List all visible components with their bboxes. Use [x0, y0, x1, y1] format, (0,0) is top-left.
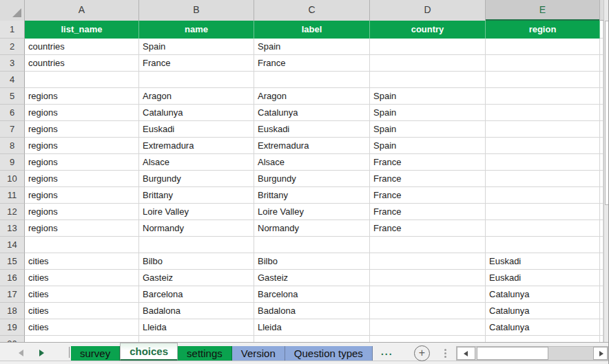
- cell-c20[interactable]: [254, 336, 370, 342]
- row-header-3[interactable]: 3: [0, 55, 25, 72]
- cell-e2[interactable]: [486, 39, 600, 55]
- cell-c11[interactable]: Brittany: [254, 187, 370, 204]
- cell-a15[interactable]: cities: [25, 253, 139, 270]
- cell-c10[interactable]: Burgundy: [254, 171, 370, 187]
- row-header-11[interactable]: 11: [0, 187, 25, 204]
- row-header-15[interactable]: 15: [0, 253, 25, 270]
- cell-a4[interactable]: [25, 72, 139, 88]
- cell-d18[interactable]: [370, 303, 486, 319]
- cell-b10[interactable]: Burgundy: [139, 171, 254, 187]
- cell-d19[interactable]: [370, 319, 486, 336]
- cell-e6[interactable]: [486, 105, 600, 121]
- cell-e8[interactable]: [486, 138, 600, 154]
- row-header-10[interactable]: 10: [0, 171, 25, 187]
- cell-e5[interactable]: [486, 88, 600, 105]
- cell-d11[interactable]: France: [370, 187, 486, 204]
- cell-b13[interactable]: Normandy: [139, 220, 254, 237]
- new-sheet-button[interactable]: +: [414, 345, 430, 361]
- sheet-tab-choices[interactable]: choices: [120, 343, 178, 361]
- cell-a20[interactable]: [25, 336, 139, 342]
- cell-c9[interactable]: Alsace: [254, 154, 370, 171]
- cell-c2[interactable]: Spain: [254, 39, 370, 55]
- cell-b15[interactable]: Bilbo: [139, 253, 254, 270]
- cell-b18[interactable]: Badalona: [139, 303, 254, 319]
- cell-d8[interactable]: Spain: [370, 138, 486, 154]
- cell-b16[interactable]: Gasteiz: [139, 270, 254, 286]
- cell-d5[interactable]: Spain: [370, 88, 486, 105]
- cell-e12[interactable]: [486, 204, 600, 220]
- row-header-4[interactable]: 4: [0, 72, 25, 88]
- row-header-12[interactable]: 12: [0, 204, 25, 220]
- cell-c3[interactable]: France: [254, 55, 370, 72]
- cell-d3[interactable]: [370, 55, 486, 72]
- tab-bar-resize-handle[interactable]: [444, 347, 447, 358]
- row-header-14[interactable]: 14: [0, 237, 25, 253]
- cell-d6[interactable]: Spain: [370, 105, 486, 121]
- cell-d17[interactable]: [370, 286, 486, 303]
- cell-e20[interactable]: [486, 336, 600, 342]
- cell-c16[interactable]: Gasteiz: [254, 270, 370, 286]
- cell-a10[interactable]: regions: [25, 171, 139, 187]
- cell-d1[interactable]: country: [370, 21, 486, 39]
- sheet-nav-prev-button[interactable]: [17, 349, 26, 357]
- cell-c17[interactable]: Barcelona: [254, 286, 370, 303]
- cell-c19[interactable]: Lleida: [254, 319, 370, 336]
- column-header-c[interactable]: C: [254, 0, 370, 21]
- select-all-button[interactable]: [0, 0, 25, 21]
- cell-e15[interactable]: Euskadi: [486, 253, 600, 270]
- hscroll-right-button[interactable]: [593, 347, 608, 360]
- cell-c5[interactable]: Aragon: [254, 88, 370, 105]
- cell-c14[interactable]: [254, 237, 370, 253]
- cell-e19[interactable]: Catalunya: [486, 319, 600, 336]
- cell-b14[interactable]: [139, 237, 254, 253]
- sheet-tab-settings[interactable]: settings: [178, 346, 232, 361]
- cell-a7[interactable]: regions: [25, 121, 139, 138]
- vertical-scrollbar[interactable]: [603, 0, 609, 342]
- sheet-nav-next-button[interactable]: [37, 349, 47, 357]
- cell-b17[interactable]: Barcelona: [139, 286, 254, 303]
- horizontal-scrollbar[interactable]: [456, 346, 608, 361]
- cell-a13[interactable]: regions: [25, 220, 139, 237]
- cell-e4[interactable]: [486, 72, 600, 88]
- cell-a11[interactable]: regions: [25, 187, 139, 204]
- cell-b3[interactable]: France: [139, 55, 254, 72]
- row-header-18[interactable]: 18: [0, 303, 25, 319]
- column-header-a[interactable]: A: [25, 0, 139, 21]
- cell-c15[interactable]: Bilbo: [254, 253, 370, 270]
- cell-c8[interactable]: Extremadura: [254, 138, 370, 154]
- row-header-6[interactable]: 6: [0, 105, 25, 121]
- cell-b11[interactable]: Brittany: [139, 187, 254, 204]
- cell-b9[interactable]: Alsace: [139, 154, 254, 171]
- cell-c7[interactable]: Euskadi: [254, 121, 370, 138]
- cell-a9[interactable]: regions: [25, 154, 139, 171]
- cell-b5[interactable]: Aragon: [139, 88, 254, 105]
- cell-a19[interactable]: cities: [25, 319, 139, 336]
- cell-b4[interactable]: [139, 72, 254, 88]
- cell-d15[interactable]: [370, 253, 486, 270]
- column-header-b[interactable]: B: [139, 0, 254, 21]
- row-header-13[interactable]: 13: [0, 220, 25, 237]
- cell-c13[interactable]: Normandy: [254, 220, 370, 237]
- cell-d2[interactable]: [370, 39, 486, 55]
- cell-e10[interactable]: [486, 171, 600, 187]
- cell-e11[interactable]: [486, 187, 600, 204]
- cell-c1[interactable]: label: [254, 21, 370, 39]
- cell-e9[interactable]: [486, 154, 600, 171]
- cell-a16[interactable]: cities: [25, 270, 139, 286]
- cell-d12[interactable]: France: [370, 204, 486, 220]
- row-header-5[interactable]: 5: [0, 88, 25, 105]
- cell-d7[interactable]: Spain: [370, 121, 486, 138]
- cell-e16[interactable]: Euskadi: [486, 270, 600, 286]
- cell-a14[interactable]: [25, 237, 139, 253]
- row-header-19[interactable]: 19: [0, 319, 25, 336]
- cell-d16[interactable]: [370, 270, 486, 286]
- cell-a18[interactable]: cities: [25, 303, 139, 319]
- horizontal-scrollbar-thumb[interactable]: [477, 347, 548, 360]
- cell-d4[interactable]: [370, 72, 486, 88]
- cell-a6[interactable]: regions: [25, 105, 139, 121]
- vertical-scrollbar-thumb[interactable]: [605, 21, 609, 205]
- cell-b20[interactable]: [139, 336, 254, 342]
- cell-e3[interactable]: [486, 55, 600, 72]
- cell-a17[interactable]: cities: [25, 286, 139, 303]
- cell-b19[interactable]: Lleida: [139, 319, 254, 336]
